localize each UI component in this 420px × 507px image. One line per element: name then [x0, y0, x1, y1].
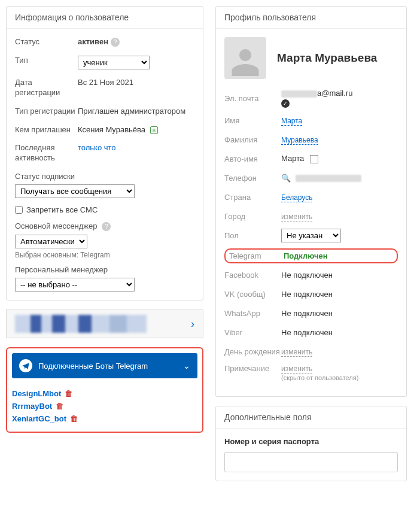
regdate-label: Дата регистрации — [15, 78, 78, 98]
autoname-checkbox[interactable] — [310, 155, 318, 163]
invitedby-label: Кем приглашен — [15, 125, 78, 135]
mainmessenger-select[interactable]: Автоматически — [15, 235, 87, 248]
telegram-bots-title: Подключенные Боты Telegram — [38, 362, 148, 371]
bot-item: DesignLMbot 🗑 — [12, 389, 197, 398]
trash-icon[interactable]: 🗑 — [65, 389, 72, 398]
phone-redacted — [296, 175, 361, 182]
telegram-bots-header[interactable]: Подключенные Боты Telegram ⌄ — [12, 353, 197, 378]
trash-icon[interactable]: 🗑 — [56, 402, 63, 411]
block-sms-label: Запретить все СМС — [26, 205, 98, 214]
telegram-label: Telegram — [229, 251, 284, 260]
regdate-value: Вс 21 Ноя 2021 — [78, 78, 194, 98]
email-redacted — [281, 90, 317, 98]
additional-title: Дополнительные поля — [216, 406, 406, 429]
autoname-value: Марта — [281, 154, 304, 163]
firstname-label: Имя — [224, 116, 281, 125]
facebook-value: Не подключен — [281, 271, 398, 280]
country-value[interactable]: Беларусь — [281, 193, 312, 202]
email-suffix: a@mail.ru — [317, 89, 352, 98]
bot-link[interactable]: XeniartGC_bot — [12, 414, 66, 423]
vk-label: VK (сообщ) — [224, 290, 281, 299]
autoname-label: Авто-имя — [224, 154, 281, 163]
viber-label: Viber — [224, 328, 281, 337]
block-sms-checkbox[interactable] — [15, 206, 23, 214]
telegram-value: Подключен — [284, 251, 393, 260]
phone-label: Телефон — [224, 174, 281, 183]
city-label: Город — [224, 212, 281, 221]
profile-name: Марта Муравьева — [277, 51, 377, 65]
country-label: Страна — [224, 193, 281, 202]
email-label: Эл. почта — [224, 94, 281, 103]
firstname-value[interactable]: Марта — [281, 117, 302, 126]
type-select[interactable]: ученик — [78, 56, 150, 69]
vk-value: Не подключен — [281, 290, 398, 299]
inviter-badge: в — [150, 126, 158, 134]
bot-item: RrrmayBot 🗑 — [12, 402, 197, 411]
status-label: Статус — [15, 37, 78, 47]
viber-value: Не подключен — [281, 328, 398, 337]
regtype-value: Приглашен администратором — [78, 107, 194, 117]
user-info-title: Информация о пользователе — [7, 7, 203, 29]
verified-icon: ✓ — [281, 99, 290, 108]
redacted-image — [15, 315, 147, 333]
avatar — [224, 37, 266, 79]
type-label: Тип — [15, 56, 78, 69]
passport-input[interactable] — [224, 452, 398, 472]
substatus-label: Статус подписки — [15, 172, 194, 181]
note-hint: (скрыто от пользователя) — [281, 374, 358, 381]
user-info-panel: Информация о пользователе Статус активен… — [6, 6, 203, 300]
telegram-row-highlight: Telegram Подключен — [224, 248, 398, 263]
note-label: Примечание — [224, 364, 281, 373]
bot-item: XeniartGC_bot 🗑 — [12, 414, 197, 423]
gender-label: Пол — [224, 231, 281, 240]
lastname-value[interactable]: Муравьева — [281, 136, 318, 145]
help-icon[interactable]: ? — [102, 222, 111, 231]
chevron-right-icon: › — [191, 318, 194, 330]
substatus-select[interactable]: Получать все сообщения — [15, 184, 135, 198]
telegram-icon — [19, 359, 32, 372]
profile-title: Профиль пользователя — [216, 7, 406, 29]
personalmanager-select[interactable]: -- не выбрано -- — [15, 278, 135, 292]
chevron-down-icon: ⌄ — [183, 361, 190, 371]
status-value: активен — [78, 37, 108, 46]
additional-panel: Дополнительные поля Номер и серия паспор… — [215, 406, 407, 481]
lastactivity-value[interactable]: только что — [78, 143, 194, 163]
whatsapp-value: Не подключен — [281, 309, 398, 318]
bot-link[interactable]: RrrmayBot — [12, 402, 52, 411]
gender-select[interactable]: Не указан — [281, 229, 341, 242]
note-value[interactable]: изменить — [281, 365, 312, 374]
mainmessenger-label: Основной мессенджер — [15, 221, 98, 230]
collapsed-panel[interactable]: › — [6, 309, 203, 338]
lastname-label: Фамилия — [224, 135, 281, 144]
profile-panel: Профиль пользователя Марта Муравьева Эл.… — [215, 6, 407, 397]
telegram-bots-highlight: Подключенные Боты Telegram ⌄ DesignLMbot… — [6, 347, 203, 433]
personalmanager-label: Персональный менеджер — [15, 265, 194, 274]
help-icon[interactable]: ? — [111, 38, 120, 47]
birthday-label: День рождения — [224, 347, 281, 356]
regtype-label: Тип регистрации — [15, 107, 78, 117]
city-value[interactable]: изменить — [281, 212, 312, 221]
search-icon[interactable]: 🔍 — [281, 174, 291, 183]
whatsapp-label: WhatsApp — [224, 309, 281, 318]
bot-link[interactable]: DesignLMbot — [12, 389, 61, 398]
lastactivity-label: Последняя активность — [15, 143, 78, 163]
invitedby-value[interactable]: Ксения Муравьёва — [78, 125, 145, 134]
trash-icon[interactable]: 🗑 — [70, 414, 78, 423]
mainmessenger-hint: Выбран основным: Telegram — [15, 251, 194, 259]
passport-label: Номер и серия паспорта — [224, 437, 398, 446]
birthday-value[interactable]: изменить — [281, 348, 312, 357]
facebook-label: Facebook — [224, 271, 281, 280]
